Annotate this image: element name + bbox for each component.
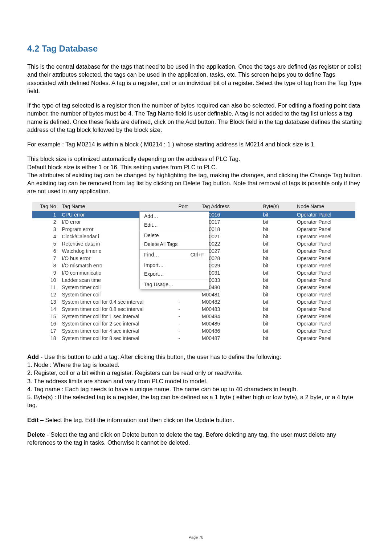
cell-node-name: Operator Panel <box>294 313 355 320</box>
cell-bytes: bit <box>260 269 294 276</box>
cell-tag-address: M00487 <box>199 335 260 342</box>
cell-tag-no: 1 <box>32 211 59 218</box>
menu-delete-all[interactable]: Delete All Tags <box>140 240 209 248</box>
cell-bytes: bit <box>260 247 294 255</box>
edit-label: Edit <box>27 417 38 423</box>
cell-bytes: bit <box>260 298 294 306</box>
list-item: 3. The address limits are shown and vary… <box>27 377 365 385</box>
cell-node-name: Operator Panel <box>294 262 355 269</box>
cell-node-name: Operator Panel <box>294 284 355 291</box>
cell-tag-name: System timer coil for 4 sec interval <box>59 327 175 335</box>
col-tag-no[interactable]: Tag No <box>32 202 59 211</box>
table-row[interactable]: 16System timer coil for 2 sec interval-M… <box>32 320 355 327</box>
menu-import[interactable]: Import… <box>140 261 209 270</box>
cell-bytes: bit <box>260 226 294 233</box>
paragraph: Add - Use this button to add a tag. Afte… <box>27 353 365 361</box>
cell-tag-no: 12 <box>32 291 59 298</box>
cell-port <box>175 291 199 298</box>
table-row[interactable]: 14System timer coil for 0.8 sec interval… <box>32 306 355 313</box>
cell-tag-no: 16 <box>32 320 59 327</box>
table-row[interactable]: 18System timer coil for 8 sec interval-M… <box>32 335 355 342</box>
cell-port: - <box>175 320 199 327</box>
cell-tag-no: 3 <box>32 226 59 233</box>
table-header-row: Tag No Tag Name Port Tag Address Byte(s)… <box>32 202 355 211</box>
menu-find-shortcut: Ctrl+F <box>191 252 205 258</box>
col-node-name[interactable]: Node Name <box>294 202 355 211</box>
cell-tag-no: 10 <box>32 276 59 284</box>
cell-bytes: bit <box>260 276 294 284</box>
cell-node-name: Operator Panel <box>294 240 355 247</box>
menu-find[interactable]: Find… Ctrl+F <box>140 250 209 259</box>
cell-tag-address: M00481 <box>199 291 260 298</box>
cell-bytes: bit <box>260 291 294 298</box>
menu-export[interactable]: Export… <box>140 270 209 278</box>
cell-tag-no: 5 <box>32 240 59 247</box>
cell-bytes: bit <box>260 255 294 262</box>
menu-edit[interactable]: Edit… <box>140 221 209 229</box>
cell-tag-address: M00483 <box>199 306 260 313</box>
cell-port: - <box>175 306 199 313</box>
paragraph: This block size is optimized automatical… <box>27 155 365 163</box>
col-port[interactable]: Port <box>175 202 199 211</box>
menu-separator <box>140 249 209 250</box>
cell-tag-name: System timer coil for 2 sec interval <box>59 320 175 327</box>
cell-node-name: Operator Panel <box>294 226 355 233</box>
list-item: 2. Register, coil or a bit within a regi… <box>27 369 365 377</box>
cell-node-name: Operator Panel <box>294 233 355 240</box>
page-footer: Page 78 <box>0 535 392 539</box>
cell-tag-no: 13 <box>32 298 59 306</box>
cell-port: - <box>175 335 199 342</box>
cell-bytes: bit <box>260 233 294 240</box>
paragraph: If the type of tag selected is a registe… <box>27 101 365 134</box>
cell-tag-name: System timer coil for 1 sec interval <box>59 313 175 320</box>
table-row[interactable]: 13System timer coil for 0.4 sec interval… <box>32 298 355 306</box>
cell-tag-name: System timer coil <box>59 291 175 298</box>
cell-tag-no: 18 <box>32 335 59 342</box>
table-row[interactable]: 17System timer coil for 4 sec interval-M… <box>32 327 355 335</box>
table-row[interactable]: 15System timer coil for 1 sec interval-M… <box>32 313 355 320</box>
list-item: 4. Tag name : Each tag needs to have a u… <box>27 385 365 393</box>
cell-node-name: Operator Panel <box>294 255 355 262</box>
cell-node-name: Operator Panel <box>294 306 355 313</box>
menu-tag-usage[interactable]: Tag Usage… <box>140 280 209 289</box>
list-item: 5. Byte(s) : If the selected tag is a re… <box>27 393 365 409</box>
cell-tag-address: M00486 <box>199 327 260 335</box>
table-row[interactable]: 12System timer coilM00481bitOperator Pan… <box>32 291 355 298</box>
paragraph: This is the central database for the tag… <box>27 62 365 95</box>
cell-bytes: bit <box>260 335 294 342</box>
cell-bytes: bit <box>260 218 294 226</box>
cell-node-name: Operator Panel <box>294 218 355 226</box>
cell-node-name: Operator Panel <box>294 298 355 306</box>
menu-separator <box>140 279 209 279</box>
cell-tag-no: 15 <box>32 313 59 320</box>
cell-tag-no: 14 <box>32 306 59 313</box>
cell-node-name: Operator Panel <box>294 269 355 276</box>
cell-node-name: Operator Panel <box>294 320 355 327</box>
context-menu: Add… Edit… Delete Delete All Tags Find… … <box>139 211 209 289</box>
cell-tag-no: 2 <box>32 218 59 226</box>
cell-bytes: bit <box>260 284 294 291</box>
cell-bytes: bit <box>260 240 294 247</box>
paragraph: Delete - Select the tag and click on Del… <box>27 430 365 447</box>
add-text: - Use this button to add a tag. After cl… <box>39 353 281 360</box>
cell-bytes: bit <box>260 306 294 313</box>
menu-add[interactable]: Add… <box>140 212 209 221</box>
menu-separator <box>140 230 209 230</box>
cell-node-name: Operator Panel <box>294 291 355 298</box>
col-bytes[interactable]: Byte(s) <box>260 202 294 211</box>
cell-tag-no: 7 <box>32 255 59 262</box>
cell-node-name: Operator Panel <box>294 335 355 342</box>
cell-tag-no: 9 <box>32 269 59 276</box>
col-tag-address[interactable]: Tag Address <box>199 202 260 211</box>
col-tag-name[interactable]: Tag Name <box>59 202 175 211</box>
paragraph: The attributes of existing tag can be ch… <box>27 171 365 195</box>
cell-port: - <box>175 298 199 306</box>
cell-tag-name: System timer coil for 0.4 sec interval <box>59 298 175 306</box>
cell-tag-address: M00482 <box>199 298 260 306</box>
cell-tag-no: 6 <box>32 247 59 255</box>
delete-label: Delete <box>27 431 45 438</box>
paragraph: For example : Tag M0214 is within a bloc… <box>27 140 365 148</box>
menu-delete[interactable]: Delete <box>140 231 209 240</box>
cell-tag-no: 8 <box>32 262 59 269</box>
cell-node-name: Operator Panel <box>294 327 355 335</box>
